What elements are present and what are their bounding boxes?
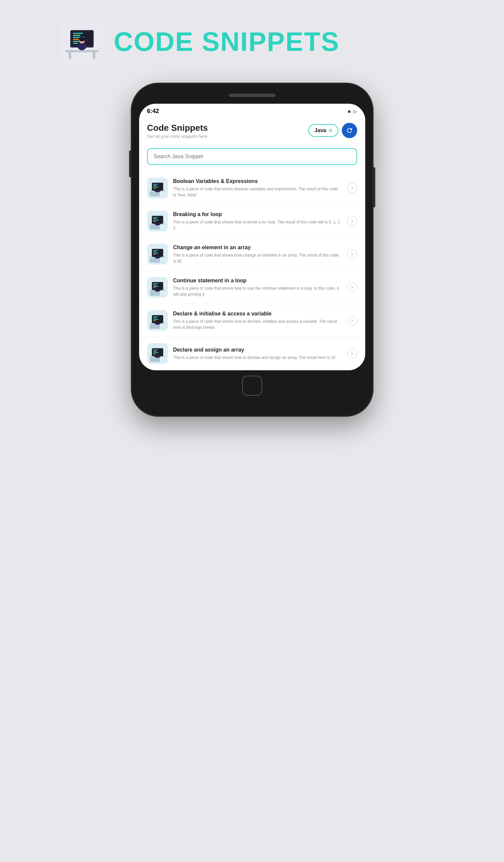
snippet-content: Declare & initialise & access a variable… xyxy=(173,311,342,330)
svg-rect-1 xyxy=(65,50,99,52)
arrow-right-icon xyxy=(350,186,355,190)
svg-rect-61 xyxy=(153,285,157,285)
chevron-down-icon: ⊙ xyxy=(328,128,332,133)
phone-speaker xyxy=(229,94,276,97)
svg-rect-6 xyxy=(73,33,83,34)
svg-rect-73 xyxy=(153,318,157,318)
snippet-arrow-button[interactable] xyxy=(347,249,357,259)
svg-rect-75 xyxy=(153,321,156,321)
svg-rect-50 xyxy=(153,253,159,253)
list-item[interactable]: Declare and assign an array This is a pi… xyxy=(139,337,365,370)
snippet-thumbnail xyxy=(147,178,168,198)
svg-rect-7 xyxy=(73,35,80,36)
search-input-wrapper[interactable] xyxy=(147,148,357,165)
svg-rect-24 xyxy=(153,184,158,185)
snippet-thumbnail xyxy=(147,310,168,331)
snippet-thumbnail xyxy=(147,277,168,298)
refresh-button[interactable] xyxy=(342,123,357,138)
svg-rect-78 xyxy=(150,357,160,362)
svg-rect-30 xyxy=(150,225,160,230)
svg-rect-42 xyxy=(150,258,160,263)
svg-rect-51 xyxy=(153,254,156,255)
svg-rect-84 xyxy=(153,350,158,350)
svg-rect-60 xyxy=(153,283,158,284)
header-controls: Java ⊙ xyxy=(308,123,357,138)
svg-rect-37 xyxy=(153,219,157,219)
svg-rect-63 xyxy=(153,287,156,288)
svg-rect-26 xyxy=(153,187,159,187)
home-button[interactable] xyxy=(242,376,262,396)
snippet-description: This is a piece of code that shows how t… xyxy=(173,318,342,330)
status-bar: 6:42 ■ ▷ xyxy=(139,104,365,117)
svg-rect-86 xyxy=(153,352,159,353)
phone-frame: 6:42 ■ ▷ Code Snippets Get all your code… xyxy=(132,83,373,416)
svg-rect-39 xyxy=(153,221,156,222)
snippet-arrow-button[interactable] xyxy=(347,349,357,358)
screen-title: Code Snippets xyxy=(147,123,208,133)
language-selector[interactable]: Java ⊙ xyxy=(308,124,339,137)
snippet-title: Continue statement in a loop xyxy=(173,278,342,284)
signal-icon: ■ xyxy=(348,109,350,114)
snippet-list: Boolean Variables & Expressions This is … xyxy=(139,172,365,370)
svg-rect-25 xyxy=(153,185,157,186)
svg-rect-62 xyxy=(153,286,159,287)
app-icon xyxy=(60,20,104,64)
search-area xyxy=(139,144,365,172)
snippet-thumbnail xyxy=(147,244,168,265)
snippet-arrow-button[interactable] xyxy=(347,216,357,226)
arrow-right-icon xyxy=(350,219,355,223)
app-title: CODE SNIPPETS xyxy=(114,26,340,57)
list-item[interactable]: Breaking a for loop This is a piece of c… xyxy=(139,205,365,238)
snippet-content: Continue statement in a loop This is a p… xyxy=(173,278,342,297)
snippet-title: Change an element in an array xyxy=(173,245,342,250)
svg-point-15 xyxy=(79,37,85,41)
search-input[interactable] xyxy=(154,154,350,159)
refresh-icon xyxy=(346,127,353,134)
svg-rect-27 xyxy=(153,188,156,189)
phone-home-area xyxy=(139,370,365,399)
snippet-arrow-button[interactable] xyxy=(347,183,357,193)
snippet-content: Declare and assign an array This is a pi… xyxy=(173,347,342,361)
svg-rect-2 xyxy=(69,52,71,59)
snippet-description: This is a piece of code that shows how c… xyxy=(173,252,342,264)
snippet-arrow-button[interactable] xyxy=(347,282,357,292)
list-item[interactable]: Boolean Variables & Expressions This is … xyxy=(139,172,365,205)
snippet-description: This is a piece of code that shows boole… xyxy=(173,186,342,198)
page-header: CODE SNIPPETS xyxy=(60,20,340,64)
svg-rect-3 xyxy=(93,52,95,59)
arrow-right-icon xyxy=(350,252,355,257)
snippet-description: This is a piece of code that shows how t… xyxy=(173,285,342,297)
svg-rect-9 xyxy=(73,39,79,40)
svg-rect-38 xyxy=(153,220,159,220)
svg-rect-36 xyxy=(153,217,158,218)
snippet-content: Change an element in an array This is a … xyxy=(173,245,342,264)
language-label: Java xyxy=(314,128,327,133)
phone-screen: 6:42 ■ ▷ Code Snippets Get all your code… xyxy=(139,104,365,370)
snippet-title: Declare and assign an array xyxy=(173,347,342,353)
play-icon: ▷ xyxy=(354,109,357,114)
snippet-arrow-button[interactable] xyxy=(347,315,357,325)
svg-rect-18 xyxy=(150,192,160,196)
snippet-content: Boolean Variables & Expressions This is … xyxy=(173,178,342,198)
snippet-thumbnail xyxy=(147,211,168,232)
screen-subtitle: Get all your code snippets here xyxy=(147,134,208,139)
svg-rect-48 xyxy=(153,250,158,251)
list-item[interactable]: Change an element in an array This is a … xyxy=(139,238,365,271)
svg-rect-87 xyxy=(153,354,156,354)
status-time: 6:42 xyxy=(147,108,159,115)
status-icons: ■ ▷ xyxy=(348,109,357,114)
snippet-title: Boolean Variables & Expressions xyxy=(173,178,342,184)
arrow-right-icon xyxy=(350,351,355,356)
arrow-right-icon xyxy=(350,318,355,323)
list-item[interactable]: Declare & initialise & access a variable… xyxy=(139,304,365,337)
svg-rect-66 xyxy=(150,324,160,329)
list-item[interactable]: Continue statement in a loop This is a p… xyxy=(139,271,365,304)
snippet-description: This is a piece of code that shows how t… xyxy=(173,355,342,361)
svg-rect-49 xyxy=(153,251,157,252)
snippet-content: Breaking a for loop This is a piece of c… xyxy=(173,211,342,231)
snippet-thumbnail xyxy=(147,343,168,364)
app-header: Code Snippets Get all your code snippets… xyxy=(139,117,365,144)
snippet-description: This is a piece of code that shows how t… xyxy=(173,219,342,231)
arrow-right-icon xyxy=(350,285,355,290)
svg-rect-74 xyxy=(153,319,159,320)
